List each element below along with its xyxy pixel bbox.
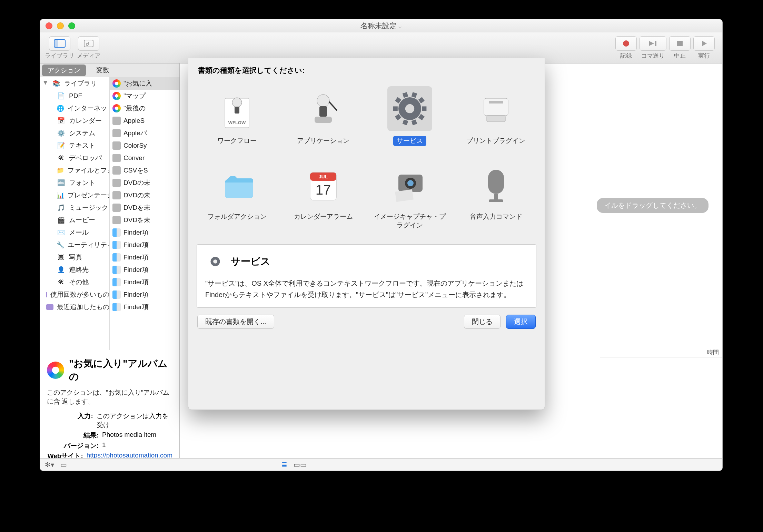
action-item[interactable]: "マップ: [110, 90, 179, 102]
smart-folder-item[interactable]: 最近追加したもの: [40, 301, 109, 313]
category-label: その他: [69, 278, 89, 287]
action-item[interactable]: Finder項: [110, 288, 179, 301]
doc-type-label: フォルダアクション: [204, 212, 270, 222]
library-toolbar-button[interactable]: ライブラリ: [45, 36, 74, 60]
category-list[interactable]: ▶📚ライブラリ📄PDF🌐インターネット📅カレンダー⚙️システム📝テキスト🛠デベロ…: [40, 77, 110, 350]
action-icon: [112, 204, 121, 212]
choose-button[interactable]: 選択: [506, 315, 536, 329]
doc-type-item[interactable]: フォルダアクション: [196, 159, 278, 235]
category-item[interactable]: 🛠その他: [40, 276, 109, 288]
action-item[interactable]: "お気に入: [110, 77, 179, 90]
action-label: Finder項: [123, 228, 149, 237]
svg-rect-21: [402, 92, 408, 98]
doc-type-item[interactable]: プリントプラグイン: [455, 83, 537, 159]
type-description-box: サービス "サービス"は、OS X全体で利用できるコンテキストワークフローです。…: [197, 244, 536, 308]
smart-folder-item[interactable]: 使用回数が多いもの: [40, 288, 109, 301]
list-view-icon[interactable]: ≣: [281, 461, 287, 469]
category-item[interactable]: 👤連絡先: [40, 264, 109, 276]
doc-type-label: アプリケーション: [294, 136, 353, 146]
action-item[interactable]: DVDを未: [110, 201, 179, 214]
action-icon: [112, 179, 121, 187]
svg-rect-5: [677, 41, 683, 46]
record-toolbar-button[interactable]: 記録: [615, 36, 637, 60]
smart-folder-icon: [46, 292, 47, 297]
category-icon: 🛠: [57, 154, 66, 162]
action-item[interactable]: Finder項: [110, 301, 179, 313]
category-item[interactable]: 🔤フォント: [40, 177, 109, 189]
library-folder-icon: 📚: [52, 79, 61, 88]
action-label: Finder項: [123, 278, 149, 287]
action-item[interactable]: Appleパ: [110, 127, 179, 139]
action-label: "マップ: [123, 91, 146, 100]
gear-menu-icon[interactable]: ✻▾: [45, 461, 54, 469]
action-item[interactable]: CSVをS: [110, 164, 179, 177]
category-label: ファイルとフォルダ: [68, 166, 110, 175]
svg-point-3: [623, 40, 629, 47]
doc-type-item[interactable]: サービス: [369, 83, 451, 159]
action-item[interactable]: Finder項: [110, 276, 179, 288]
media-toolbar-button[interactable]: メディア: [77, 36, 100, 60]
svg-point-8: [232, 98, 242, 107]
doc-type-item[interactable]: WFLOWワークフロー: [196, 83, 278, 159]
sheet-title: 書類の種類を選択してください:: [188, 58, 545, 80]
category-icon: 🌐: [57, 104, 64, 113]
doc-type-icon: JUL17: [301, 162, 346, 207]
toggle-info-icon[interactable]: ▭: [60, 461, 67, 469]
action-label: Finder項: [123, 290, 149, 299]
category-item[interactable]: 🎬ムービー: [40, 214, 109, 226]
category-item[interactable]: 🔧ユーティリティ: [40, 239, 109, 251]
action-label: Finder項: [123, 265, 149, 274]
info-title: "お気に入り"アルバムの: [69, 357, 172, 383]
run-toolbar-button[interactable]: 実行: [693, 36, 715, 60]
window-title: 名称未設定: [40, 21, 722, 31]
step-toolbar-button[interactable]: コマ送り: [640, 36, 666, 60]
svg-point-10: [317, 95, 329, 107]
doc-type-item[interactable]: アプリケーション: [282, 83, 364, 159]
category-item[interactable]: 🎵ミュージック: [40, 201, 109, 214]
svg-rect-39: [489, 199, 503, 202]
actions-list[interactable]: "お気に入"マップ"最後のAppleSAppleパColorSyConverCS…: [110, 77, 179, 350]
stop-toolbar-button[interactable]: 中止: [669, 36, 691, 60]
column-view-icon[interactable]: ▭▭: [294, 461, 307, 469]
category-item[interactable]: 📝テキスト: [40, 139, 109, 152]
stop-label: 中止: [674, 52, 686, 60]
doc-type-item[interactable]: 音声入力コマンド: [455, 159, 537, 235]
action-item[interactable]: DVDの未: [110, 177, 179, 189]
log-table: 時間: [600, 348, 722, 458]
library-header: ライブラリ: [64, 79, 97, 88]
disclosure-icon[interactable]: ▶: [43, 81, 49, 86]
close-button[interactable]: 閉じる: [464, 315, 501, 329]
category-item[interactable]: 📊プレゼンテーション: [40, 189, 109, 201]
svg-rect-11: [319, 106, 327, 117]
tab-actions[interactable]: アクション: [42, 65, 86, 76]
open-existing-button[interactable]: 既存の書類を開く...: [197, 315, 274, 329]
action-item[interactable]: Finder項: [110, 264, 179, 276]
info-input-key: 入力:: [47, 412, 93, 430]
category-item[interactable]: 📁ファイルとフォルダ: [40, 164, 109, 177]
doc-type-item[interactable]: JUL17カレンダーアラーム: [282, 159, 364, 235]
category-item[interactable]: ✉️メール: [40, 226, 109, 239]
category-item[interactable]: 📅カレンダー: [40, 115, 109, 127]
doc-type-item[interactable]: イメージキャプチャ・プラグイン: [369, 159, 451, 235]
action-item[interactable]: DVDの未: [110, 189, 179, 201]
action-item[interactable]: Conver: [110, 152, 179, 164]
step-label: コマ送り: [641, 52, 665, 60]
category-item[interactable]: 🛠デベロッパ: [40, 152, 109, 164]
action-item[interactable]: DVDを未: [110, 214, 179, 226]
stop-icon: [676, 40, 684, 47]
action-item[interactable]: "最後の: [110, 102, 179, 115]
action-item[interactable]: Finder項: [110, 239, 179, 251]
svg-rect-14: [422, 106, 426, 111]
tab-variables[interactable]: 変数: [91, 65, 115, 76]
category-item[interactable]: 🖼写真: [40, 251, 109, 264]
category-item[interactable]: ⚙️システム: [40, 127, 109, 139]
smart-folder-label: 最近追加したもの: [57, 303, 109, 312]
action-item[interactable]: Finder項: [110, 251, 179, 264]
category-item[interactable]: 🌐インターネット: [40, 102, 109, 115]
category-item[interactable]: 📄PDF: [40, 90, 109, 102]
action-item[interactable]: Finder項: [110, 226, 179, 239]
action-item[interactable]: ColorSy: [110, 139, 179, 152]
action-item[interactable]: AppleS: [110, 115, 179, 127]
action-icon: [112, 266, 121, 274]
doc-type-icon: [301, 86, 346, 131]
